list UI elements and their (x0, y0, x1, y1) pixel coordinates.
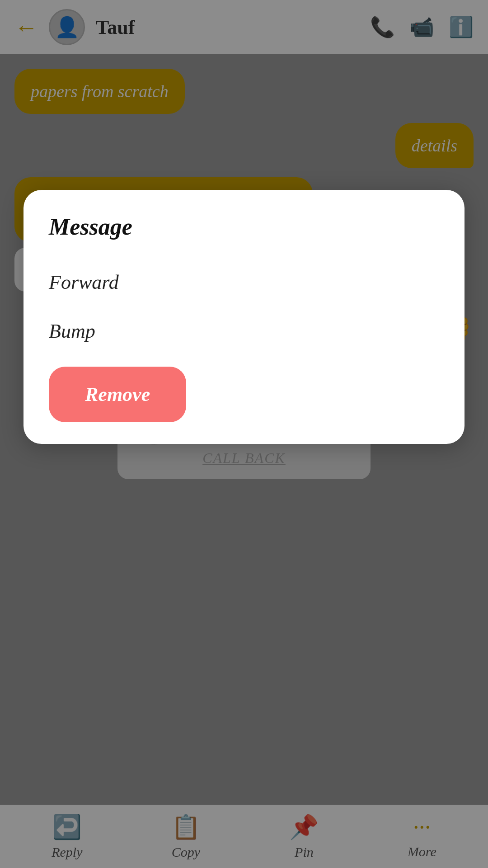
modal-forward-button[interactable]: Forward (49, 258, 439, 307)
modal-title: Message (49, 213, 439, 240)
modal-remove-button[interactable]: Remove (49, 367, 186, 422)
modal-bump-button[interactable]: Bump (49, 307, 439, 355)
modal-divider-2 (49, 355, 439, 356)
message-action-modal: Message Forward Bump Remove (23, 190, 465, 444)
